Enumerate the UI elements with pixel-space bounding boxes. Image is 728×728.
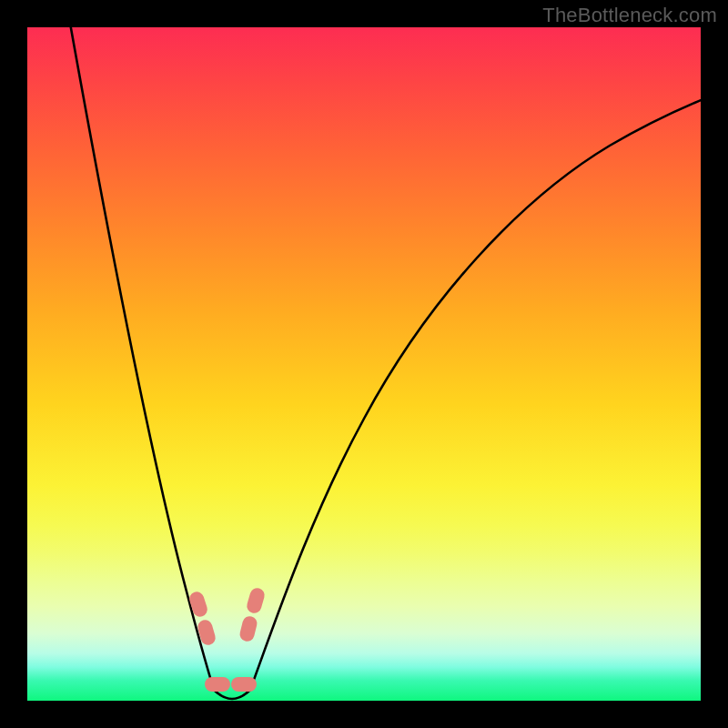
chart-frame xyxy=(27,27,701,701)
base-node-right xyxy=(231,677,257,692)
left-node-upper xyxy=(187,590,209,619)
right-node-upper xyxy=(245,586,266,614)
node-markers xyxy=(27,27,701,701)
base-node-left xyxy=(205,677,230,692)
right-node-lower xyxy=(238,614,258,642)
left-node-lower xyxy=(196,618,217,646)
watermark-text: TheBottleneck.com xyxy=(542,4,717,27)
